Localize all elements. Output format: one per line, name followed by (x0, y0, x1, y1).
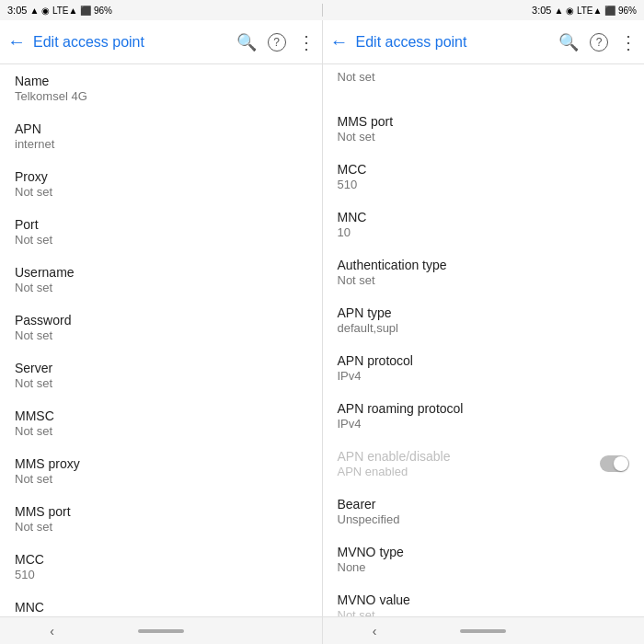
status-right: 3:05 ▲ ◉ LTE▲ ⬛ 96% (532, 5, 637, 16)
list-item[interactable]: Authentication type Not set (323, 248, 645, 296)
left-content: Name Telkomsel 4G APN internet Proxy Not… (0, 64, 322, 616)
help-icon-left[interactable]: ? (268, 33, 286, 52)
help-icon-right[interactable]: ? (590, 33, 608, 52)
left-toolbar: ← Edit access point 🔍 ? ⋮ (0, 20, 322, 64)
back-button-right[interactable]: ← (330, 31, 349, 52)
list-item[interactable]: Username Not set (0, 256, 322, 304)
toolbar-actions-right: 🔍 ? ⋮ (558, 31, 637, 53)
back-nav-left[interactable]: ‹ (34, 624, 71, 638)
list-item[interactable]: MMSC Not set (0, 399, 322, 447)
list-item[interactable]: Not set (323, 64, 645, 105)
list-item[interactable]: Name Telkomsel 4G (0, 64, 322, 112)
list-item[interactable]: Password Not set (0, 304, 322, 351)
right-toolbar: ← Edit access point 🔍 ? ⋮ (323, 20, 645, 64)
back-button-left[interactable]: ← (7, 31, 26, 52)
more-icon-right[interactable]: ⋮ (619, 31, 637, 53)
right-panel: ← Edit access point 🔍 ? ⋮ Not set MMS po… (323, 20, 645, 644)
signal-icons-left: ▲ ◉ LTE▲ ⬛ 96% (29, 6, 112, 16)
search-icon-right[interactable]: 🔍 (558, 32, 579, 52)
list-item[interactable]: Bearer Unspecified (323, 488, 645, 535)
toolbar-title-left: Edit access point (33, 34, 236, 51)
right-content: Not set MMS port Not set MCC 510 MNC 10 … (323, 64, 645, 616)
list-item[interactable]: MMS proxy Not set (0, 447, 322, 495)
apn-enable-toggle-row[interactable]: APN enable/disable APN enabled (323, 440, 645, 488)
list-item[interactable]: MMS port Not set (0, 495, 322, 543)
apn-enable-labels: APN enable/disable APN enabled (338, 449, 451, 478)
list-item[interactable]: MCC 510 (0, 543, 322, 591)
toolbar-title-right: Edit access point (356, 34, 559, 51)
status-bar: 3:05 ▲ ◉ LTE▲ ⬛ 96% 3:05 ▲ ◉ LTE▲ ⬛ 96% (0, 0, 644, 20)
apn-enable-toggle[interactable] (600, 455, 629, 472)
list-item[interactable]: MVNO type None (323, 535, 645, 583)
list-item[interactable]: APN roaming protocol IPv4 (323, 392, 645, 440)
list-item[interactable]: Server Not set (0, 351, 322, 399)
list-item[interactable]: MNC (0, 591, 322, 616)
list-item[interactable]: MCC 510 (323, 153, 645, 201)
time-left: 3:05 (7, 5, 27, 16)
signal-icons-right: ▲ ◉ LTE▲ ⬛ 96% (554, 6, 637, 16)
list-item[interactable]: MVNO value Not set (323, 583, 645, 616)
search-icon-left[interactable]: 🔍 (236, 32, 257, 52)
nav-pill-right (460, 629, 506, 633)
status-divider (322, 4, 323, 17)
time-right: 3:05 (532, 5, 551, 16)
list-item[interactable]: APN type default,supl (323, 296, 645, 344)
left-panel: ← Edit access point 🔍 ? ⋮ Name Telkomsel… (0, 20, 323, 644)
toolbar-actions-left: 🔍 ? ⋮ (236, 31, 315, 53)
left-nav-bar: ‹ (0, 616, 322, 644)
list-item[interactable]: APN protocol IPv4 (323, 344, 645, 392)
more-icon-left[interactable]: ⋮ (297, 31, 315, 53)
panels: ← Edit access point 🔍 ? ⋮ Name Telkomsel… (0, 20, 644, 644)
back-nav-right[interactable]: ‹ (356, 624, 393, 638)
list-item[interactable]: Proxy Not set (0, 160, 322, 208)
status-left: 3:05 ▲ ◉ LTE▲ ⬛ 96% (7, 5, 112, 16)
right-nav-bar: ‹ (323, 616, 645, 644)
list-item[interactable]: Port Not set (0, 208, 322, 256)
list-item[interactable]: MMS port Not set (323, 105, 645, 153)
list-item[interactable]: MNC 10 (323, 201, 645, 248)
list-item[interactable]: APN internet (0, 112, 322, 160)
nav-pill-left (138, 629, 184, 633)
